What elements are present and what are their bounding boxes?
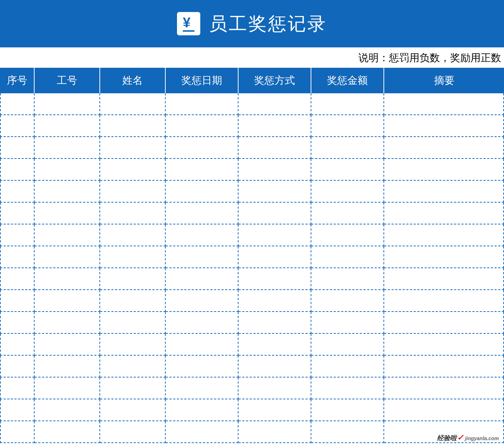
table-cell[interactable] — [166, 334, 239, 356]
table-cell[interactable] — [166, 137, 239, 159]
table-cell[interactable] — [166, 181, 239, 203]
table-cell[interactable] — [384, 159, 504, 181]
table-cell[interactable] — [0, 356, 35, 377]
table-cell[interactable] — [100, 421, 166, 443]
table-cell[interactable] — [0, 203, 35, 224]
table-cell[interactable] — [384, 246, 504, 268]
table-cell[interactable] — [35, 224, 100, 246]
table-cell[interactable] — [166, 115, 239, 137]
table-cell[interactable] — [166, 159, 239, 181]
table-cell[interactable] — [100, 377, 166, 399]
table-cell[interactable] — [239, 246, 311, 268]
table-cell[interactable] — [0, 399, 35, 421]
table-cell[interactable] — [35, 290, 100, 312]
table-cell[interactable] — [239, 334, 311, 356]
table-cell[interactable] — [311, 268, 384, 290]
table-cell[interactable] — [166, 93, 239, 115]
table-cell[interactable] — [166, 203, 239, 224]
table-cell[interactable] — [311, 137, 384, 159]
table-cell[interactable] — [384, 290, 504, 312]
table-cell[interactable] — [35, 203, 100, 224]
table-cell[interactable] — [311, 115, 384, 137]
table-cell[interactable] — [0, 377, 35, 399]
table-cell[interactable] — [311, 203, 384, 224]
table-cell[interactable] — [100, 203, 166, 224]
table-cell[interactable] — [35, 93, 100, 115]
table-cell[interactable] — [0, 115, 35, 137]
table-cell[interactable] — [384, 181, 504, 203]
table-cell[interactable] — [0, 93, 35, 115]
table-cell[interactable] — [384, 203, 504, 224]
table-cell[interactable] — [0, 268, 35, 290]
table-cell[interactable] — [100, 224, 166, 246]
table-cell[interactable] — [100, 268, 166, 290]
table-cell[interactable] — [239, 159, 311, 181]
table-cell[interactable] — [384, 356, 504, 377]
table-cell[interactable] — [35, 334, 100, 356]
table-cell[interactable] — [311, 399, 384, 421]
table-cell[interactable] — [384, 115, 504, 137]
table-cell[interactable] — [0, 290, 35, 312]
table-cell[interactable] — [35, 246, 100, 268]
table-cell[interactable] — [0, 246, 35, 268]
table-cell[interactable] — [0, 137, 35, 159]
table-cell[interactable] — [311, 290, 384, 312]
table-cell[interactable] — [311, 181, 384, 203]
table-cell[interactable] — [239, 93, 311, 115]
table-cell[interactable] — [384, 268, 504, 290]
table-cell[interactable] — [0, 334, 35, 356]
table-cell[interactable] — [384, 224, 504, 246]
table-cell[interactable] — [166, 312, 239, 334]
table-cell[interactable] — [100, 312, 166, 334]
table-cell[interactable] — [239, 377, 311, 399]
table-cell[interactable] — [35, 159, 100, 181]
table-cell[interactable] — [384, 312, 504, 334]
table-cell[interactable] — [35, 399, 100, 421]
table-cell[interactable] — [100, 115, 166, 137]
table-cell[interactable] — [311, 312, 384, 334]
table-cell[interactable] — [239, 181, 311, 203]
table-cell[interactable] — [239, 268, 311, 290]
table-cell[interactable] — [166, 356, 239, 377]
table-cell[interactable] — [100, 246, 166, 268]
table-cell[interactable] — [35, 421, 100, 443]
table-cell[interactable] — [35, 137, 100, 159]
table-cell[interactable] — [239, 399, 311, 421]
table-cell[interactable] — [384, 334, 504, 356]
table-cell[interactable] — [166, 290, 239, 312]
table-cell[interactable] — [311, 224, 384, 246]
table-cell[interactable] — [311, 334, 384, 356]
table-cell[interactable] — [384, 399, 504, 421]
table-cell[interactable] — [384, 93, 504, 115]
table-cell[interactable] — [311, 421, 384, 443]
table-cell[interactable] — [239, 312, 311, 334]
table-cell[interactable] — [100, 334, 166, 356]
table-cell[interactable] — [100, 356, 166, 377]
table-cell[interactable] — [100, 399, 166, 421]
table-cell[interactable] — [311, 93, 384, 115]
table-cell[interactable] — [35, 181, 100, 203]
table-cell[interactable] — [311, 159, 384, 181]
table-cell[interactable] — [166, 224, 239, 246]
table-cell[interactable] — [239, 203, 311, 224]
table-cell[interactable] — [239, 356, 311, 377]
table-cell[interactable] — [0, 224, 35, 246]
table-cell[interactable] — [311, 246, 384, 268]
table-cell[interactable] — [239, 224, 311, 246]
table-cell[interactable] — [166, 268, 239, 290]
table-cell[interactable] — [311, 356, 384, 377]
table-cell[interactable] — [166, 399, 239, 421]
table-cell[interactable] — [35, 377, 100, 399]
table-cell[interactable] — [166, 421, 239, 443]
table-cell[interactable] — [166, 377, 239, 399]
table-cell[interactable] — [239, 421, 311, 443]
table-cell[interactable] — [100, 93, 166, 115]
table-cell[interactable] — [100, 290, 166, 312]
table-cell[interactable] — [35, 356, 100, 377]
table-cell[interactable] — [0, 312, 35, 334]
table-cell[interactable] — [239, 137, 311, 159]
table-cell[interactable] — [311, 377, 384, 399]
table-cell[interactable] — [239, 290, 311, 312]
table-cell[interactable] — [100, 137, 166, 159]
table-cell[interactable] — [166, 246, 239, 268]
